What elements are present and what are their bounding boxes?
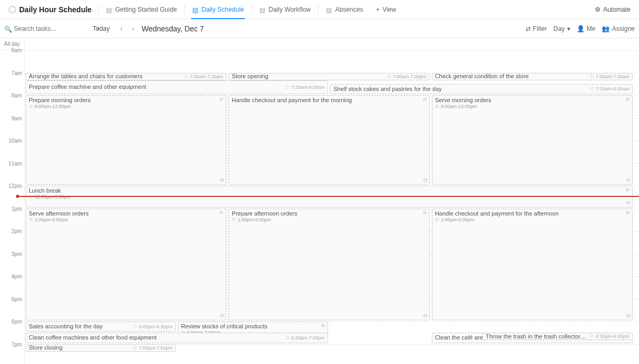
grouping-label: Day <box>553 25 564 32</box>
view-icon: ▤ <box>326 6 332 13</box>
tab-label: Daily Schedule <box>201 6 244 13</box>
assignee-filter-button[interactable]: 👥Assigne <box>602 25 635 32</box>
search-field[interactable]: 🔍 ▾ <box>4 25 84 32</box>
automate-label: Automate <box>603 6 630 13</box>
loading-icon <box>9 6 16 13</box>
automate-button[interactable]: ⚙ Automate <box>591 6 635 13</box>
filter-label: Filter <box>533 25 547 32</box>
tab-label: Daily Workflow <box>268 6 310 13</box>
tab-getting-started-guide[interactable]: ▤Getting Started Guide <box>101 0 182 19</box>
separator <box>184 5 185 14</box>
top-tabs-bar: Daily Hour Schedule ▤Getting Started Gui… <box>0 0 639 19</box>
tab-daily-workflow[interactable]: ▤Daily Workflow <box>254 0 316 19</box>
separator <box>251 5 252 14</box>
add-view-button[interactable]: + View <box>371 0 402 19</box>
filter-icon: ⇄ <box>526 25 531 32</box>
current-date: Wednesday, Dec 7 <box>142 24 204 33</box>
view-icon: ▤ <box>259 6 266 13</box>
toolbar: 🔍 ▾ Today ‹ › Wednesday, Dec 7 ⇄Filter D… <box>0 19 639 38</box>
next-day-button[interactable]: › <box>130 25 136 32</box>
view-icon: ▤ <box>192 6 199 13</box>
robot-icon: ⚙ <box>595 6 601 13</box>
tab-label: Getting Started Guide <box>115 6 177 13</box>
add-view-label: View <box>382 6 396 13</box>
search-input[interactable] <box>14 25 94 32</box>
filter-button[interactable]: ⇄Filter <box>526 25 547 32</box>
me-label: Me <box>587 25 596 32</box>
chevron-down-icon: ▾ <box>567 25 570 32</box>
toolbar-right: ⇄Filter Day ▾ 👤Me 👥Assigne <box>526 25 635 32</box>
person-icon: 👤 <box>577 25 585 32</box>
grouping-dropdown[interactable]: Day ▾ <box>553 25 570 32</box>
people-icon: 👥 <box>602 25 610 32</box>
today-button[interactable]: Today <box>89 25 113 32</box>
tab-absences[interactable]: ▤Absences <box>321 0 368 19</box>
me-filter-button[interactable]: 👤Me <box>577 25 596 32</box>
assignee-label: Assigne <box>612 25 635 32</box>
separator <box>98 5 99 14</box>
search-icon: 🔍 <box>4 26 11 32</box>
board-title-text: Daily Hour Schedule <box>19 5 92 14</box>
plus-icon: + <box>376 6 380 13</box>
tab-label: Absences <box>335 6 363 13</box>
tab-daily-schedule[interactable]: ▤Daily Schedule <box>187 0 249 19</box>
prev-day-button[interactable]: ‹ <box>118 25 125 32</box>
board-title: Daily Hour Schedule <box>4 5 96 14</box>
view-icon: ▤ <box>106 6 112 13</box>
separator <box>318 5 318 14</box>
